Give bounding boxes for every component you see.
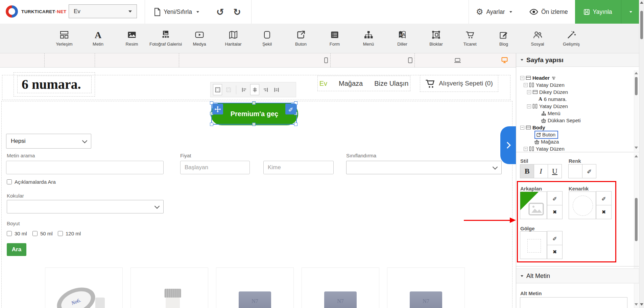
search-button[interactable]: Ara [7, 243, 26, 256]
publish-dropdown-button[interactable] [621, 0, 639, 24]
toolbar-item-fotograf-galerisi[interactable]: Fotoğraf Galerisi [149, 24, 183, 53]
product-card[interactable]: N7 [216, 267, 294, 308]
collapse-icon[interactable] [527, 104, 531, 108]
search-descriptions-checkbox[interactable] [7, 179, 12, 184]
tree-scrollbar[interactable] [634, 70, 638, 151]
tree-item-dukkan-sepeti[interactable]: Dükkan Sepeti [518, 117, 633, 124]
scroll-down-icon[interactable] [635, 303, 638, 306]
product-card[interactable]: No6. [45, 267, 123, 308]
new-reset-button[interactable]: Yeni/Sıfırla [154, 0, 199, 24]
border-edit-button[interactable]: ✎ [596, 191, 612, 205]
tree-item-yatay-duzen[interactable]: Yatay Düzen [518, 145, 633, 152]
scroll-up-icon[interactable] [635, 72, 638, 74]
scrollbar-thumb[interactable] [635, 77, 638, 95]
product-card[interactable] [130, 267, 208, 308]
toolbar-item-yerlesim[interactable]: Yerleşim [47, 24, 81, 53]
align-justify-button[interactable] [272, 84, 281, 95]
outer-border-button[interactable] [213, 84, 222, 95]
toolbar-item-sosyal[interactable]: Sosyal [521, 24, 554, 53]
resize-handle-se[interactable] [294, 123, 297, 126]
toolbar-item-gelismis[interactable]: Gelişmiş [554, 24, 588, 53]
shadow-preview[interactable] [520, 231, 547, 259]
scroll-down-icon[interactable] [640, 303, 643, 306]
scrollbar-thumb[interactable] [635, 198, 638, 241]
classification-select[interactable] [346, 161, 502, 174]
undo-button[interactable]: ↺ [216, 0, 224, 24]
collapse-icon[interactable] [524, 147, 528, 151]
size-30ml-checkbox[interactable] [7, 231, 12, 236]
shadow-clear-button[interactable]: ✖ [547, 245, 563, 259]
tree-item-yatay-duzen[interactable]: Yatay Düzen [518, 103, 633, 110]
phone-icon[interactable] [324, 57, 328, 63]
tree-item-6-numara[interactable]: A 6 numara. [518, 96, 633, 103]
align-center-button[interactable] [250, 84, 259, 95]
background-edit-button[interactable]: ✎ [547, 191, 563, 205]
price-to-input[interactable] [263, 161, 334, 174]
tree-item-yatay-duzen[interactable]: Yatay Düzen [518, 81, 633, 88]
italic-button[interactable]: I [534, 164, 548, 178]
publish-button[interactable]: Yayınla [575, 0, 621, 24]
panel-toggle-button[interactable] [500, 126, 516, 164]
selected-button-element[interactable]: Premium'a geç ✎ [210, 102, 299, 126]
alt-text-input[interactable] [520, 297, 627, 308]
tablet-icon[interactable] [408, 57, 412, 63]
size-50ml-checkbox[interactable] [32, 231, 38, 236]
selected-tree-item-box[interactable]: Buton [534, 131, 558, 139]
resize-handle-sw[interactable] [210, 123, 213, 126]
resize-handle-s[interactable] [252, 123, 256, 126]
align-left-button[interactable] [239, 84, 248, 95]
laptop-icon[interactable] [454, 58, 461, 63]
color-edit-button[interactable]: ✎ [582, 164, 596, 178]
collapse-icon[interactable] [520, 126, 524, 130]
tree-item-buton-selected[interactable]: Buton [518, 131, 633, 138]
move-handle[interactable] [212, 104, 223, 114]
page-structure-header[interactable]: Sayfa yapısı [516, 53, 639, 67]
price-from-input[interactable] [180, 161, 250, 174]
toolbar-item-buton[interactable]: Buton [284, 24, 318, 53]
color-swatch[interactable] [568, 164, 582, 178]
product-card[interactable]: N7 [302, 267, 379, 308]
border-clear-button[interactable]: ✖ [596, 205, 612, 219]
toolbar-item-blog[interactable]: Blog [487, 24, 521, 53]
scroll-down-icon[interactable] [635, 147, 638, 149]
redo-button[interactable]: ↻ [233, 0, 241, 24]
align-right-button[interactable] [261, 84, 270, 95]
inner-border-button[interactable] [224, 84, 233, 95]
toolbar-item-diller[interactable]: A a Diller [385, 24, 419, 53]
tree-item-menu[interactable]: Menü [518, 110, 633, 117]
scroll-up-icon[interactable] [640, 1, 643, 4]
toolbar-item-ticaret[interactable]: Ticaret [453, 24, 487, 53]
underline-button[interactable]: U [548, 164, 562, 178]
text-search-input[interactable] [6, 161, 164, 174]
toolbar-item-sekil[interactable]: Şekil [250, 24, 284, 53]
page-select[interactable]: Ev [69, 4, 137, 18]
collapse-icon[interactable] [520, 76, 524, 80]
settings-menu[interactable]: ⚙ Ayarlar [476, 0, 512, 24]
resize-handle-n[interactable] [252, 101, 256, 105]
scents-select[interactable] [7, 200, 164, 213]
category-select[interactable]: Hepsi [6, 134, 91, 149]
background-clear-button[interactable]: ✖ [547, 205, 563, 219]
toolbar-item-resim[interactable]: Resim [115, 24, 149, 53]
scroll-up-icon[interactable] [635, 155, 638, 157]
preview-button[interactable]: Ön izleme [529, 0, 568, 24]
border-preview[interactable] [569, 191, 596, 219]
size-120ml-checkbox[interactable] [58, 231, 63, 236]
shadow-edit-button[interactable]: ✎ [547, 231, 563, 245]
scrollbar-thumb[interactable] [640, 11, 643, 39]
site-title-box[interactable]: 6 numara. [17, 76, 92, 93]
page-scrollbar[interactable] [639, 0, 644, 308]
bold-button[interactable]: B [520, 164, 534, 178]
shop-cart-widget[interactable]: Alışveriş Sepeti (0) [420, 75, 498, 92]
nav-item-magaza[interactable]: Mağaza [339, 80, 363, 87]
site-title[interactable]: 6 numara. [18, 76, 91, 93]
panel-scrollbar[interactable] [634, 153, 638, 308]
tree-item-dikey-duzen[interactable]: Dikey Düzen [518, 88, 633, 96]
page-canvas[interactable]: 6 numara. Ev Mağaza Bize Ulaşın [0, 68, 516, 308]
background-preview[interactable] [520, 191, 547, 219]
tree-item-magaza[interactable]: Mağaza [518, 138, 633, 145]
toolbar-item-menu[interactable]: Menü [352, 24, 385, 53]
desktop-icon[interactable] [501, 57, 508, 63]
toolbar-item-bloklar[interactable]: Bloklar [419, 24, 453, 53]
tree-item-header[interactable]: Header [518, 74, 633, 81]
